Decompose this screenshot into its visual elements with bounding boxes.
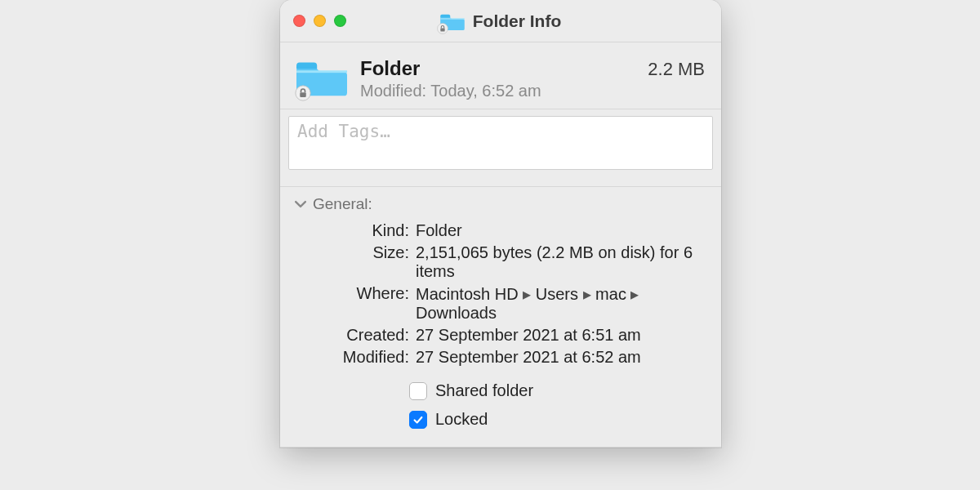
folder-icon [296, 56, 347, 98]
modified-value: 27 September 2021 at 6:52 am [416, 348, 706, 367]
titlebar: Folder Info [280, 0, 721, 42]
shared-folder-label: Shared folder [435, 381, 533, 400]
tags-input[interactable] [288, 116, 713, 170]
item-size: 2.2 MB [648, 59, 705, 80]
svg-point-1 [437, 23, 448, 33]
svg-rect-5 [300, 92, 306, 97]
kind-label: Kind: [305, 221, 409, 240]
general-disclosure[interactable]: General: [295, 195, 706, 213]
shared-folder-checkbox[interactable]: Shared folder [409, 381, 706, 400]
checkbox-icon [409, 411, 427, 429]
svg-rect-0 [440, 18, 465, 19]
created-label: Created: [305, 326, 409, 345]
chevron-down-icon [295, 198, 306, 210]
summary-header: Folder 2.2 MB Modified: Today, 6:52 am [280, 42, 721, 109]
size-value: 2,151,065 bytes (2.2 MB on disk) for 6 i… [416, 243, 706, 281]
close-window-button[interactable] [293, 15, 305, 27]
where-label: Where: [305, 284, 409, 323]
locked-checkbox[interactable]: Locked [409, 410, 706, 429]
size-label: Size: [305, 243, 409, 281]
modified-label: Modified: [305, 348, 409, 367]
item-name: Folder [360, 57, 420, 80]
window-title: Folder Info [473, 11, 562, 31]
where-value: Macintosh HD ▸ Users ▸ mac ▸ Downloads [416, 284, 706, 323]
window-controls [293, 15, 346, 27]
created-value: 27 September 2021 at 6:51 am [416, 326, 706, 345]
lock-icon [295, 85, 311, 101]
locked-label: Locked [435, 410, 488, 429]
kind-value: Folder [416, 221, 706, 240]
minimize-window-button[interactable] [314, 15, 326, 27]
general-section: General: Kind: Folder Size: 2,151,065 by… [280, 187, 721, 448]
general-section-title: General: [313, 195, 372, 213]
lock-icon [437, 23, 448, 34]
svg-rect-2 [440, 28, 444, 31]
item-modified: Modified: Today, 6:52 am [360, 82, 705, 100]
zoom-window-button[interactable] [334, 15, 346, 27]
tags-section [280, 109, 721, 187]
folder-info-window: Folder Info Folder 2.2 MB Mo [280, 0, 721, 448]
folder-icon [440, 11, 465, 31]
checkbox-icon [409, 382, 427, 400]
svg-rect-3 [296, 70, 347, 73]
